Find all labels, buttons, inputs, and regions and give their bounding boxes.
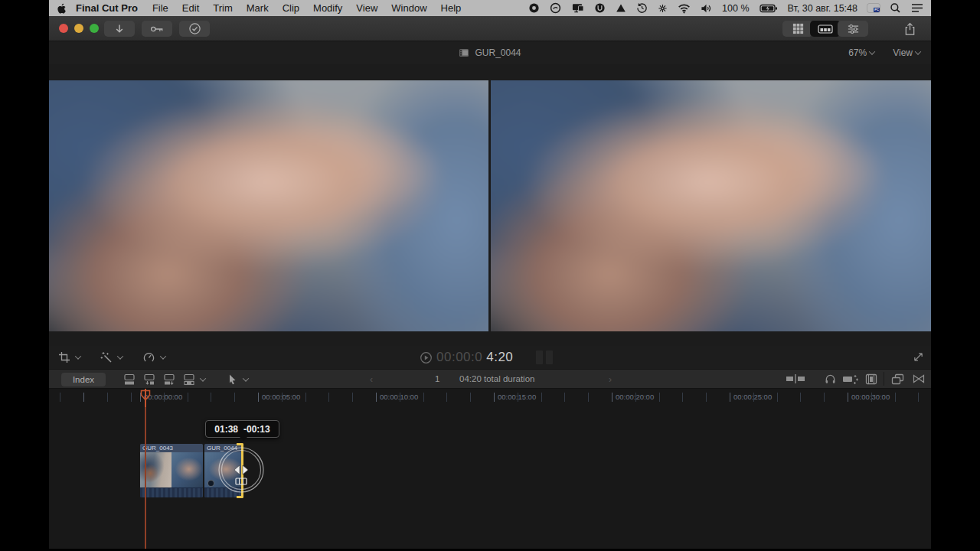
keyword-editor-button[interactable] — [142, 21, 172, 37]
apple-menu-icon[interactable] — [57, 2, 68, 15]
timecode-prefix: 00:00:0 — [436, 350, 482, 365]
menu-file[interactable]: File — [145, 2, 175, 14]
zoom-window-button[interactable] — [90, 24, 99, 33]
app-toolbar — [49, 16, 931, 41]
audio-video-clip-icon[interactable] — [865, 373, 877, 385]
prev-arrow[interactable]: ‹ — [370, 374, 373, 385]
background-tasks-button[interactable] — [179, 21, 210, 37]
menu-trim[interactable]: Trim — [206, 2, 240, 14]
clip-thumbnail — [172, 452, 203, 487]
fcp-window: Final Cut Pro File Edit Trim Mark Clip M… — [49, 0, 931, 549]
menu-edit[interactable]: Edit — [175, 2, 206, 14]
input-language-flag-icon[interactable]: PC — [867, 4, 880, 12]
playhead-marker-icon[interactable] — [140, 390, 151, 402]
creative-cloud-icon[interactable] — [550, 2, 561, 14]
record-status-icon[interactable] — [528, 2, 540, 14]
timecode-display: 00:00:04:20 — [420, 346, 513, 369]
tracker-status-icon[interactable] — [658, 3, 668, 14]
clip-film-icon — [459, 48, 469, 57]
minimize-window-button[interactable] — [74, 24, 83, 33]
skimming-toggle-button[interactable] — [842, 373, 859, 385]
window-controls — [59, 24, 99, 33]
ruler-label: 00:00:05:00 — [262, 393, 300, 401]
chevron-down-icon — [915, 48, 921, 54]
battery-percent-label: 100 % — [722, 3, 749, 14]
chevron-down-icon[interactable] — [160, 353, 166, 359]
clip-name-label: GUR_0043 — [140, 444, 203, 452]
viewer-view-select[interactable]: View — [893, 47, 920, 58]
menu-clip[interactable]: Clip — [276, 2, 306, 14]
viewer-titlebar: GUR_0044 67% View — [49, 41, 931, 64]
timecode-value: 4:20 — [486, 350, 513, 365]
duplicate-timeline-button[interactable] — [891, 373, 904, 385]
triangle-status-icon[interactable] — [616, 3, 626, 13]
play-circle-icon[interactable] — [420, 351, 433, 364]
clock-label[interactable]: Вт, 30 авг. 15:48 — [788, 3, 858, 14]
trim-timecode: 01:38 — [214, 424, 238, 435]
position-number: 1 — [435, 374, 439, 383]
chevron-down-icon[interactable] — [117, 353, 123, 359]
viewer-clip-title: GUR_0044 — [475, 47, 521, 58]
retime-button[interactable] — [142, 351, 155, 364]
next-arrow[interactable]: › — [609, 374, 612, 385]
viewer-frame-right[interactable] — [491, 80, 931, 331]
menu-bar: Final Cut Pro File Edit Trim Mark Clip M… — [49, 0, 931, 16]
ruler-label: 00:00:10:00 — [380, 393, 418, 401]
ruler-label: 00:00:15:00 — [498, 393, 536, 401]
notification-list-icon[interactable] — [911, 3, 923, 13]
playhead[interactable] — [145, 389, 146, 549]
video-frame-image — [49, 80, 488, 331]
audio-meters[interactable] — [536, 350, 553, 364]
show-browser-button[interactable] — [782, 21, 813, 37]
chevron-down-icon — [869, 48, 875, 54]
divider — [884, 372, 884, 386]
show-inspector-button[interactable] — [838, 21, 868, 37]
menu-help[interactable]: Help — [434, 2, 469, 14]
battery-icon[interactable] — [760, 3, 778, 14]
clip-audio-waveform — [140, 487, 203, 497]
viewer-view-label: View — [893, 47, 913, 58]
bowtie-transition-icon[interactable] — [913, 373, 925, 384]
ruler-label: 00:00:20:00 — [616, 393, 654, 401]
import-media-button[interactable] — [104, 21, 135, 37]
crop-tool-button[interactable] — [58, 351, 70, 364]
utorrent-icon[interactable] — [594, 2, 606, 14]
ruler-label: 00:00:25:00 — [733, 393, 772, 401]
timeline-index-bar: Index ‹ 1 04:20 total duration › — [49, 369, 931, 389]
display-icon[interactable] — [571, 2, 584, 14]
video-frame-image — [491, 80, 931, 331]
menu-window[interactable]: Window — [384, 2, 433, 14]
viewer-zoom-select[interactable]: 67% — [848, 47, 874, 58]
chevron-down-icon[interactable] — [75, 353, 81, 359]
trim-duration-tooltip: 01:38 -00:13 — [205, 420, 279, 438]
expand-timeline-icon[interactable] — [913, 351, 924, 363]
share-button[interactable] — [894, 21, 925, 37]
total-duration-label: 04:20 total duration — [459, 374, 534, 383]
menu-mark[interactable]: Mark — [240, 2, 276, 14]
trim-delta: -00:13 — [243, 424, 270, 435]
enhancements-wand-button[interactable] — [100, 351, 113, 364]
trim-toggle-button[interactable] — [786, 373, 805, 384]
menu-modify[interactable]: Modify — [306, 2, 349, 14]
menu-app-name[interactable]: Final Cut Pro — [68, 2, 145, 14]
timeline-area: 00:00:00:00 00:00:05:00 00:00:10:00 00:0… — [49, 389, 931, 549]
solo-headphones-button[interactable] — [825, 373, 836, 385]
timeline-ruler[interactable]: 00:00:00:00 00:00:05:00 00:00:10:00 00:0… — [49, 389, 931, 406]
time-machine-icon[interactable] — [636, 2, 648, 14]
show-timeline-button[interactable] — [810, 21, 841, 37]
spotlight-search-icon[interactable] — [890, 2, 901, 14]
viewer-frame-left[interactable] — [49, 80, 488, 331]
ruler-label: 00:00:30:00 — [851, 393, 890, 401]
wifi-icon[interactable] — [678, 3, 691, 14]
timeline-clip-gur0043[interactable]: GUR_0043 — [140, 444, 203, 497]
close-window-button[interactable] — [59, 24, 68, 33]
viewer-zoom-value: 67% — [848, 47, 867, 58]
volume-icon[interactable] — [701, 3, 712, 14]
clip-effect-badge — [207, 480, 214, 487]
trim-cursor-icon — [217, 445, 266, 494]
menu-view[interactable]: View — [349, 2, 384, 14]
viewer-area — [49, 64, 931, 346]
transport-bar: 00:00:04:20 — [49, 346, 931, 369]
